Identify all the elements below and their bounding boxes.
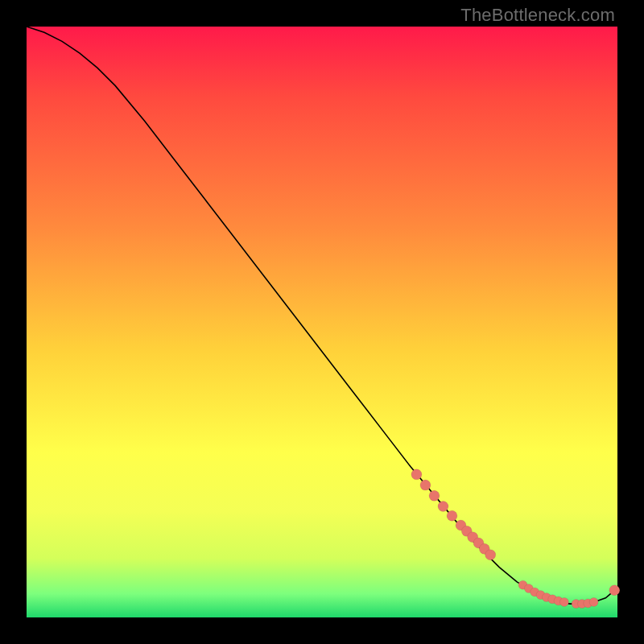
plot-area [27,27,617,617]
marker-dot [438,502,448,512]
watermark-text: TheBottleneck.com [460,5,615,26]
marker-group [411,469,620,609]
marker-dot [429,490,440,501]
curve-layer [27,27,617,617]
marker-dot [559,597,568,606]
marker-dot [589,597,598,606]
marker-dot [485,550,496,560]
bottleneck-curve [27,27,617,604]
chart-frame: TheBottleneck.com [0,0,644,644]
marker-dot [420,480,431,490]
marker-dot [411,469,422,480]
marker-dot [609,585,620,596]
marker-dot [447,510,457,521]
